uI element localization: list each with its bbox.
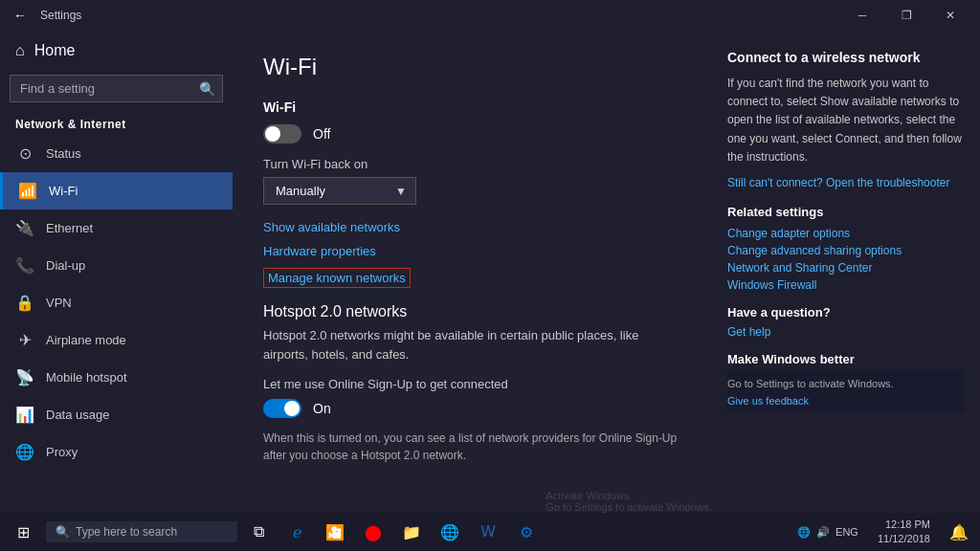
wifi-toggle[interactable] (263, 124, 301, 143)
sidebar-label-dialup: Dial-up (46, 258, 85, 273)
edge-browser-icon[interactable]: ℯ (279, 513, 314, 551)
back-button[interactable]: ← (8, 4, 33, 27)
right-panel: Connect to a wireless network If you can… (712, 31, 980, 513)
taskbar-search-icon: 🔍 (56, 525, 70, 539)
troubleshoot-link[interactable]: Still can't connect? Open the troublesho… (727, 176, 965, 189)
windows-firewall-link[interactable]: Windows Firewall (727, 278, 965, 292)
sidebar-home-label: Home (34, 42, 76, 59)
sidebar-item-wifi[interactable]: 📶 Wi-Fi (0, 172, 233, 209)
sidebar-label-proxy: Proxy (46, 445, 78, 459)
sidebar-home[interactable]: ⌂ Home (0, 31, 233, 71)
volume-sys-icon[interactable]: 🔊 (816, 526, 830, 539)
network-sharing-center-link[interactable]: Network and Sharing Center (727, 261, 965, 275)
dropdown-wrapper: Manually In 1 hour In 4 hours In 8 hours… (263, 177, 681, 205)
turn-back-label: Turn Wi-Fi back on (263, 157, 681, 171)
sidebar-label-datausage: Data usage (46, 408, 110, 422)
sidebar-label-airplane: Airplane mode (46, 333, 126, 347)
change-sharing-link[interactable]: Change advanced sharing options (727, 244, 965, 257)
taskbar: ⊞ 🔍 Type here to search ⧉ ℯ 🎦 ⬤ 📁 🌐 W ⚙ … (0, 513, 980, 551)
opera-icon[interactable]: ⬤ (356, 513, 390, 551)
minimize-button[interactable]: ─ (840, 0, 884, 31)
sidebar-item-dialup[interactable]: 📞 Dial-up (0, 247, 233, 284)
toggle-knob (265, 126, 280, 142)
taskbar-clock[interactable]: 12:18 PM 11/12/2018 (872, 518, 936, 547)
hotspot-section-title: Hotspot 2.0 networks (263, 303, 681, 320)
word-icon[interactable]: W (471, 513, 505, 551)
app-body: ⌂ Home 🔍 Network & Internet ⊙ Status 📶 W… (0, 31, 980, 513)
wifi-icon: 📶 (18, 182, 37, 200)
sidebar: ⌂ Home 🔍 Network & Internet ⊙ Status 📶 W… (0, 31, 233, 513)
taskbar-left: ⊞ 🔍 Type here to search ⧉ ℯ 🎦 ⬤ 📁 🌐 W ⚙ (4, 513, 544, 551)
change-adapter-link[interactable]: Change adapter options (727, 227, 965, 240)
taskbar-right: 🌐 🔊 ENG 12:18 PM 11/12/2018 🔔 (790, 513, 976, 551)
titlebar-controls: ─ ❐ ✕ (840, 0, 972, 31)
sidebar-item-ethernet[interactable]: 🔌 Ethernet (0, 209, 233, 247)
home-icon: ⌂ (15, 42, 25, 59)
sidebar-item-proxy[interactable]: 🌐 Proxy (0, 433, 233, 471)
sidebar-label-status: Status (46, 146, 81, 161)
chrome-icon[interactable]: 🌐 (433, 513, 467, 551)
wifi-toggle-row: Off (263, 124, 681, 143)
sidebar-item-airplane[interactable]: ✈ Airplane mode (0, 321, 233, 359)
sidebar-label-ethernet: Ethernet (46, 221, 93, 235)
airplane-icon: ✈ (15, 331, 34, 349)
notification-button[interactable]: 🔔 (942, 513, 976, 551)
sidebar-section-title: Network & Internet (0, 110, 233, 135)
titlebar-title: Settings (40, 9, 81, 22)
sidebar-item-status[interactable]: ⊙ Status (0, 135, 233, 172)
hardware-properties-link[interactable]: Hardware properties (263, 244, 681, 258)
get-help-link[interactable]: Get help (727, 325, 965, 339)
signup-toggle[interactable] (263, 399, 301, 418)
feedback-link[interactable]: Give us feedback (727, 395, 809, 407)
manage-known-networks-link[interactable]: Manage known networks (263, 268, 411, 288)
search-icon: 🔍 (199, 81, 215, 97)
signup-toggle-knob (284, 401, 300, 416)
search-input[interactable] (10, 75, 223, 102)
ethernet-icon: 🔌 (15, 219, 34, 237)
wifi-section-label: Wi-Fi (263, 99, 681, 115)
vpn-icon: 🔒 (15, 294, 34, 312)
make-better-title: Make Windows better (727, 352, 965, 366)
close-button[interactable]: ✕ (928, 0, 972, 31)
sidebar-item-vpn[interactable]: 🔒 VPN (0, 284, 233, 321)
question-title: Have a question? (727, 305, 965, 320)
taskbar-sys-icons: 🌐 🔊 ENG (790, 526, 866, 539)
sidebar-label-wifi: Wi-Fi (49, 184, 78, 198)
taskbar-search-label: Type here to search (76, 525, 177, 539)
sidebar-item-mobilehotspot[interactable]: 📡 Mobile hotspot (0, 359, 233, 396)
connect-title: Connect to a wireless network (727, 50, 965, 65)
mobilehotspot-icon: 📡 (15, 368, 34, 386)
titlebar-left: ← Settings (8, 4, 81, 27)
datausage-icon: 📊 (15, 406, 34, 424)
settings-taskbar-icon[interactable]: ⚙ (509, 513, 544, 551)
start-button[interactable]: ⊞ (4, 513, 42, 551)
dropdown-container: Manually In 1 hour In 4 hours In 8 hours… (263, 177, 416, 205)
page-title: Wi-Fi (263, 54, 681, 80)
show-networks-link[interactable]: Show available networks (263, 220, 681, 234)
signup-status-label: On (313, 401, 331, 416)
network-sys-icon[interactable]: 🌐 (797, 526, 811, 539)
signup-label: Let me use Online Sign-Up to get connect… (263, 377, 681, 391)
proxy-icon: 🌐 (15, 443, 34, 461)
vlc-icon[interactable]: 🎦 (318, 513, 352, 551)
titlebar: ← Settings ─ ❐ ✕ (0, 0, 980, 31)
language-label: ENG (835, 526, 858, 538)
main-content: Wi-Fi Wi-Fi Off Turn Wi-Fi back on Manua… (233, 31, 712, 513)
task-view-button[interactable]: ⧉ (241, 513, 276, 551)
activate-notice: Go to Settings to activate Windows. Give… (727, 370, 965, 412)
status-icon: ⊙ (15, 144, 34, 163)
time-display: 12:18 PM (885, 518, 930, 532)
sidebar-label-mobilehotspot: Mobile hotspot (46, 370, 127, 385)
related-title: Related settings (727, 205, 965, 219)
sidebar-item-datausage[interactable]: 📊 Data usage (0, 396, 233, 433)
connect-desc: If you can't find the network you want t… (727, 75, 965, 166)
activate-text: Go to Settings to activate Windows. (727, 378, 894, 389)
turn-back-dropdown[interactable]: Manually In 1 hour In 4 hours In 8 hours (263, 177, 416, 205)
wifi-status-label: Off (313, 126, 330, 142)
restore-button[interactable]: ❐ (884, 0, 928, 31)
dialup-icon: 📞 (15, 256, 34, 275)
folder-icon[interactable]: 📁 (394, 513, 429, 551)
date-display: 11/12/2018 (878, 532, 930, 546)
signup-desc: When this is turned on, you can see a li… (263, 430, 681, 464)
taskbar-search[interactable]: 🔍 Type here to search (46, 521, 237, 542)
